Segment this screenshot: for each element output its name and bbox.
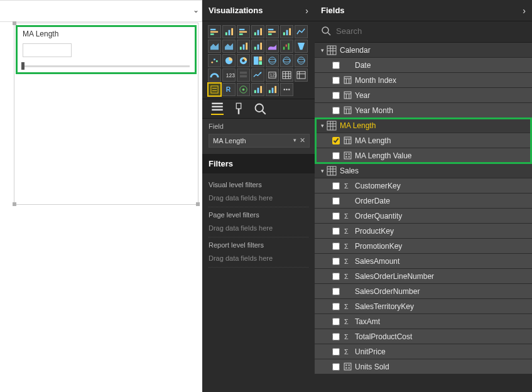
- chevron-right-icon[interactable]: ›: [523, 6, 526, 16]
- field-productkey[interactable]: ΣProductKey: [315, 224, 532, 239]
- chevron-down-icon[interactable]: ⌄: [193, 6, 199, 14]
- field-totalproductcost[interactable]: ΣTotalProductCost: [315, 329, 532, 344]
- viz-stacked-area[interactable]: [222, 40, 236, 53]
- viz-filled-map[interactable]: [280, 54, 293, 67]
- remove-field-icon[interactable]: ✕: [300, 136, 305, 144]
- slicer-track[interactable]: [23, 65, 190, 67]
- fields-search[interactable]: [315, 21, 532, 43]
- field-ma-length-value[interactable]: MA Length Value: [315, 148, 532, 163]
- field-checkbox[interactable]: [332, 288, 340, 295]
- resize-handle[interactable]: [13, 202, 16, 206]
- viz-card[interactable]: 123: [222, 68, 236, 82]
- field-checkbox[interactable]: [332, 137, 340, 144]
- viz-funnel[interactable]: [295, 40, 308, 53]
- viz-ribbon[interactable]: [266, 40, 279, 53]
- field-checkbox[interactable]: [332, 363, 340, 371]
- field-taxamt[interactable]: ΣTaxAmt: [315, 314, 532, 329]
- viz-pie[interactable]: [222, 54, 236, 67]
- viz-custom-visual-1[interactable]: [251, 83, 264, 96]
- field-checkbox[interactable]: [332, 303, 340, 310]
- table-ma-length[interactable]: ▾MA Length: [315, 118, 532, 133]
- viz-arcgis[interactable]: [237, 83, 250, 96]
- viz-clustered-column[interactable]: [251, 25, 264, 38]
- page-filters-drop[interactable]: Drag data fields here: [209, 221, 308, 237]
- expand-icon[interactable]: ▾: [318, 47, 326, 53]
- field-salesamount[interactable]: ΣSalesAmount: [315, 254, 532, 269]
- viz-slicer[interactable]: [208, 83, 221, 96]
- field-checkbox[interactable]: [332, 273, 340, 280]
- visualizations-header[interactable]: Visualizations ›: [202, 0, 315, 21]
- viz-line[interactable]: [295, 25, 308, 38]
- field-checkbox[interactable]: [332, 62, 340, 69]
- report-page-area[interactable]: MA Length: [14, 23, 198, 205]
- field-checkbox[interactable]: [332, 197, 340, 205]
- viz-multi-row-card[interactable]: [237, 68, 250, 82]
- viz-line-clustered-column[interactable]: [251, 40, 264, 53]
- viz-custom-visual-2[interactable]: [266, 83, 279, 96]
- viz-r-visual[interactable]: R: [222, 83, 236, 96]
- field-checkbox[interactable]: [332, 242, 340, 250]
- viz-ellipsis[interactable]: [280, 83, 293, 96]
- field-checkbox[interactable]: [332, 333, 340, 340]
- field-orderquantity[interactable]: ΣOrderQuantity: [315, 209, 532, 224]
- viz-line-stacked-column[interactable]: [237, 40, 250, 53]
- slicer-value-input[interactable]: [23, 43, 72, 57]
- field-month-index[interactable]: Month Index: [315, 73, 532, 88]
- viz-area[interactable]: [208, 40, 221, 53]
- search-input[interactable]: [336, 26, 526, 36]
- viz-stacked-column[interactable]: [222, 25, 236, 38]
- visual-filters-drop[interactable]: Drag data fields here: [209, 191, 308, 207]
- viz-100-stacked-bar[interactable]: [266, 25, 279, 38]
- field-customerkey[interactable]: ΣCustomerKey: [315, 178, 532, 193]
- field-date[interactable]: Date: [315, 58, 532, 73]
- field-checkbox[interactable]: [332, 77, 340, 84]
- viz-shape-map[interactable]: [295, 54, 308, 67]
- viz-map[interactable]: [266, 54, 279, 67]
- field-checkbox[interactable]: [332, 182, 340, 190]
- field-checkbox[interactable]: [332, 348, 340, 356]
- field-orderdate[interactable]: OrderDate: [315, 193, 532, 209]
- field-units-sold[interactable]: Units Sold: [315, 359, 532, 374]
- field-promotionkey[interactable]: ΣPromotionKey: [315, 239, 532, 254]
- field-checkbox[interactable]: [332, 258, 340, 265]
- field-salesterritorykey[interactable]: ΣSalesTerritoryKey: [315, 299, 532, 314]
- field-well[interactable]: MA Length ▾ ✕: [209, 134, 310, 148]
- viz-stacked-bar[interactable]: [208, 25, 221, 38]
- viz-gauge[interactable]: [208, 68, 221, 82]
- field-year-month[interactable]: Year Month: [315, 103, 532, 118]
- viz-slicer-numeric[interactable]: 123: [266, 68, 279, 82]
- viz-matrix[interactable]: [295, 68, 308, 82]
- resize-handle[interactable]: [196, 202, 200, 206]
- field-checkbox[interactable]: [332, 318, 340, 325]
- field-checkbox[interactable]: [332, 107, 340, 114]
- viz-treemap[interactable]: [251, 54, 264, 67]
- expand-icon[interactable]: ▾: [318, 168, 326, 174]
- chevron-down-icon[interactable]: ▾: [293, 137, 296, 143]
- viz-scatter[interactable]: [208, 54, 221, 67]
- field-checkbox[interactable]: [332, 92, 340, 99]
- slicer-visual[interactable]: MA Length: [16, 25, 197, 74]
- fields-tab-icon[interactable]: [211, 102, 224, 115]
- expand-icon[interactable]: ▾: [318, 122, 326, 129]
- field-checkbox[interactable]: [332, 152, 340, 160]
- field-salesordernumber[interactable]: SalesOrderNumber: [315, 284, 532, 299]
- format-tab-icon[interactable]: [232, 102, 245, 115]
- report-canvas[interactable]: ⌄ MA Length: [0, 0, 202, 392]
- field-checkbox[interactable]: [332, 212, 340, 220]
- viz-donut[interactable]: [237, 54, 250, 67]
- slicer-thumb[interactable]: [21, 62, 24, 70]
- field-unitprice[interactable]: ΣUnitPrice: [315, 344, 532, 359]
- viz-waterfall[interactable]: [280, 40, 293, 53]
- analytics-tab-icon[interactable]: [254, 102, 266, 115]
- report-filters-drop[interactable]: Drag data fields here: [209, 251, 308, 268]
- field-checkbox[interactable]: [332, 227, 340, 235]
- fields-header[interactable]: Fields ›: [315, 0, 532, 21]
- field-ma-length[interactable]: MA Length: [315, 133, 532, 148]
- chevron-right-icon[interactable]: ›: [305, 6, 308, 16]
- viz-100-stacked-column[interactable]: [280, 25, 293, 38]
- field-year[interactable]: Year: [315, 88, 532, 103]
- viz-table[interactable]: [280, 68, 293, 82]
- table-sales[interactable]: ▾Sales: [315, 163, 532, 178]
- viz-clustered-bar[interactable]: [237, 25, 250, 38]
- table-calendar[interactable]: ▾Calendar: [315, 43, 532, 58]
